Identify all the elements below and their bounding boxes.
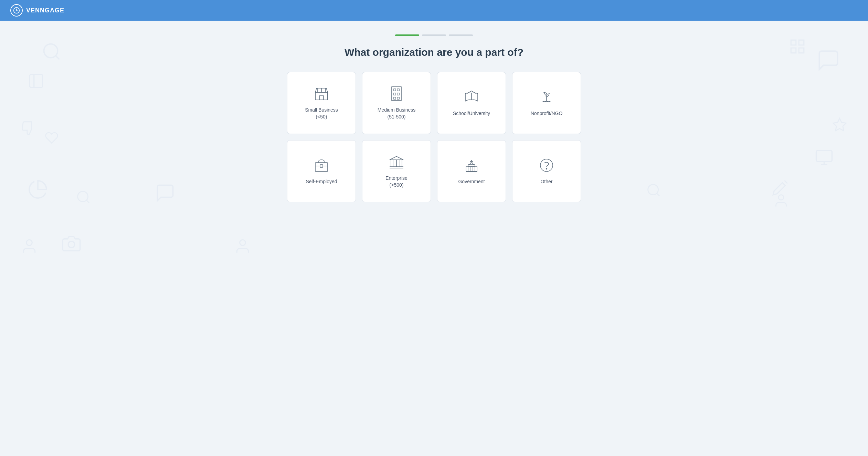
briefcase-icon [313, 157, 330, 174]
logo-text: VENNGAGE [26, 7, 64, 14]
svg-rect-50 [466, 167, 477, 172]
svg-line-17 [785, 180, 787, 183]
card-self-employed[interactable]: Self-Employed [287, 140, 356, 202]
svg-rect-14 [816, 151, 832, 162]
svg-rect-34 [394, 93, 396, 95]
svg-marker-13 [833, 118, 846, 131]
logo-icon [10, 4, 23, 17]
card-self-employed-label: Self-Employed [306, 178, 337, 185]
svg-point-5 [78, 191, 88, 202]
svg-point-21 [240, 240, 246, 246]
card-other[interactable]: Other [512, 140, 581, 202]
svg-point-7 [68, 241, 74, 248]
card-government-label: Government [458, 178, 485, 185]
card-nonprofit-ngo-label: Nonprofit/NGO [531, 110, 563, 117]
store-icon [313, 85, 330, 102]
svg-rect-22 [315, 92, 328, 100]
card-school-university-label: School/University [453, 110, 490, 117]
svg-rect-11 [799, 48, 804, 53]
card-school-university[interactable]: School/University [437, 72, 506, 134]
nonprofit-icon [538, 89, 555, 105]
card-enterprise[interactable]: Enterprise (>500) [362, 140, 431, 202]
svg-point-19 [648, 185, 658, 195]
progress-step-1 [395, 34, 419, 36]
svg-rect-35 [397, 93, 399, 95]
svg-line-20 [657, 193, 659, 196]
enterprise-icon [388, 154, 405, 170]
card-small-business[interactable]: Small Business (<50) [287, 72, 356, 134]
svg-rect-39 [315, 163, 328, 172]
svg-rect-37 [397, 97, 399, 99]
header: VENNGAGE [0, 0, 868, 21]
card-medium-business-label: Medium Business (51-500) [378, 107, 416, 120]
progress-step-2 [422, 34, 446, 36]
card-medium-business[interactable]: Medium Business (51-500) [362, 72, 431, 134]
progress-bar [395, 34, 473, 36]
card-small-business-label: Small Business (<50) [305, 107, 338, 120]
main-content: What organization are you a part of? [0, 21, 868, 456]
svg-point-1 [44, 44, 58, 58]
svg-rect-32 [394, 89, 396, 91]
logo: VENNGAGE [10, 4, 64, 17]
government-icon [463, 157, 480, 174]
svg-rect-36 [394, 97, 396, 99]
card-other-label: Other [540, 178, 552, 185]
question-icon [538, 157, 555, 174]
svg-rect-24 [319, 96, 324, 100]
svg-rect-51 [468, 165, 475, 167]
card-government[interactable]: Government [437, 140, 506, 202]
card-enterprise-label: Enterprise (>500) [385, 175, 407, 188]
svg-rect-12 [791, 48, 796, 53]
svg-point-58 [540, 159, 553, 172]
svg-line-2 [56, 56, 60, 60]
school-icon [463, 89, 480, 105]
svg-rect-33 [397, 89, 399, 91]
svg-rect-9 [791, 40, 796, 45]
svg-rect-3 [30, 74, 43, 87]
svg-rect-30 [392, 87, 401, 101]
page-title: What organization are you a part of? [345, 46, 523, 58]
progress-step-3 [449, 34, 473, 36]
card-nonprofit-ngo[interactable]: Nonprofit/NGO [512, 72, 581, 134]
organization-cards-grid: Small Business (<50) Medium Busine [287, 72, 581, 202]
office-building-icon [388, 85, 405, 102]
svg-line-6 [86, 200, 89, 203]
svg-point-59 [546, 168, 547, 169]
svg-point-18 [779, 195, 784, 200]
svg-rect-10 [799, 40, 804, 45]
svg-point-8 [27, 240, 32, 246]
